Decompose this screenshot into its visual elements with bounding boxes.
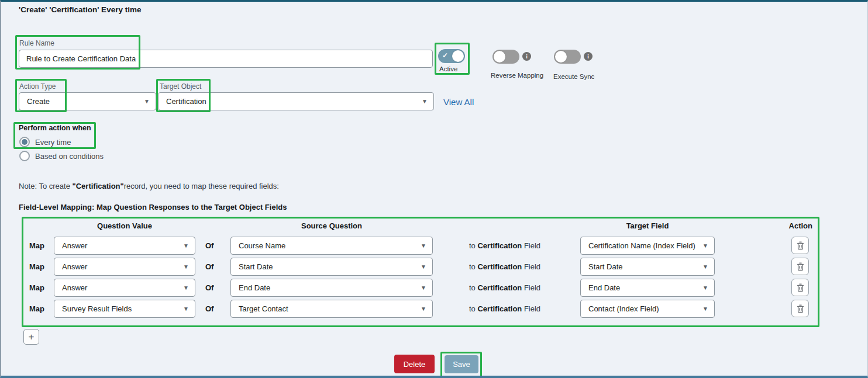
source-question: Start Date (239, 262, 273, 271)
execute-sync-label: Execute Sync (553, 73, 594, 80)
target-object-label: Target Object (160, 82, 201, 91)
toggle-knob (555, 51, 567, 63)
to-field-text: to Certification Field (469, 241, 540, 250)
question-value: Answer (62, 241, 87, 250)
plus-icon: + (29, 331, 35, 343)
chevron-down-icon: ▼ (702, 306, 708, 312)
to-field-text: to Certification Field (469, 304, 540, 313)
chevron-down-icon: ▼ (183, 263, 189, 270)
target-field-select[interactable]: Start Date ▼ (580, 258, 715, 276)
column-header-action: Action (779, 221, 812, 230)
question-value-select[interactable]: Answer ▼ (54, 258, 195, 276)
chevron-down-icon: ▼ (421, 242, 426, 249)
source-question-select[interactable]: Target Contact ▼ (230, 300, 433, 318)
add-row-button[interactable]: + (23, 329, 39, 345)
delete-row-button[interactable] (791, 258, 809, 275)
delete-row-button[interactable] (791, 279, 809, 296)
source-question: Target Contact (239, 304, 288, 313)
note-suffix: record, you need to map these required f… (124, 182, 279, 190)
rule-editor-page: 'Create' 'Certification' Every time Rule… (0, 0, 868, 378)
delete-button[interactable]: Delete (394, 355, 435, 373)
note-text: Note: To create "Certification"record, y… (19, 182, 279, 190)
chevron-down-icon: ▼ (183, 242, 189, 249)
column-header-target-field: Target Field (580, 221, 715, 230)
source-question: End Date (239, 283, 270, 292)
note-object: "Certification" (73, 182, 124, 190)
chevron-down-icon: ▼ (702, 285, 708, 291)
source-question-select[interactable]: End Date ▼ (230, 279, 433, 297)
of-label: Of (205, 283, 213, 292)
toggle-knob (494, 51, 505, 63)
delete-row-button[interactable] (791, 237, 809, 254)
chevron-down-icon: ▼ (183, 306, 189, 312)
note-prefix: Note: To create (19, 182, 73, 190)
chevron-down-icon: ▼ (421, 306, 426, 312)
target-field: Start Date (588, 262, 623, 271)
active-toggle-label: Active (439, 65, 457, 72)
radio-every-time-label: Every time (35, 138, 71, 147)
page-title: 'Create' 'Certification' Every time (19, 5, 141, 14)
execute-sync-toggle[interactable] (554, 50, 581, 64)
chevron-down-icon: ▼ (702, 263, 708, 270)
chevron-down-icon: ▼ (702, 242, 708, 249)
target-field-select[interactable]: End Date ▼ (580, 279, 715, 297)
map-label: Map (29, 304, 44, 313)
chevron-down-icon: ▼ (421, 263, 426, 270)
column-header-source-question: Source Question (230, 221, 433, 230)
chevron-down-icon: ▼ (144, 98, 150, 105)
of-label: Of (205, 241, 213, 250)
target-field: End Date (588, 283, 620, 292)
target-field-select[interactable]: Certification Name (Index Field) ▼ (580, 237, 715, 255)
action-type-select[interactable]: Create ▼ (19, 92, 156, 110)
info-icon[interactable]: i (522, 52, 531, 61)
of-label: Of (205, 304, 213, 313)
chevron-down-icon: ▼ (421, 285, 426, 291)
source-question-select[interactable]: Course Name ▼ (230, 237, 433, 255)
question-value-select[interactable]: Answer ▼ (54, 237, 195, 255)
source-question-select[interactable]: Start Date ▼ (230, 258, 433, 276)
rule-name-label: Rule Name (19, 39, 54, 47)
target-field: Contact (Index Field) (588, 304, 659, 313)
to-field-text: to Certification Field (469, 283, 540, 292)
save-button[interactable]: Save (445, 355, 478, 373)
column-header-question-value: Question Value (54, 221, 195, 230)
question-value: Answer (62, 283, 87, 292)
active-toggle[interactable]: ✓ (438, 49, 465, 63)
of-label: Of (205, 262, 213, 271)
field-mapping-heading: Field-Level Mapping: Map Question Respon… (19, 203, 287, 211)
chevron-down-icon: ▼ (183, 285, 189, 291)
source-question: Course Name (239, 241, 285, 250)
map-label: Map (29, 241, 44, 250)
trash-icon (797, 304, 804, 313)
rule-name-input[interactable]: Rule to Create Certification Data (19, 50, 433, 68)
trash-icon (797, 283, 804, 292)
target-object-select[interactable]: Certification ▼ (158, 92, 434, 110)
question-value: Answer (62, 262, 87, 271)
reverse-mapping-label: Reverse Mapping (491, 72, 543, 79)
radio-every-time[interactable] (19, 137, 30, 147)
map-label: Map (29, 283, 44, 292)
target-field: Certification Name (Index Field) (588, 241, 695, 250)
toggle-knob (452, 50, 464, 62)
info-icon[interactable]: i (584, 52, 593, 61)
action-type-label: Action Type (19, 82, 56, 91)
reverse-mapping-toggle[interactable] (492, 50, 519, 64)
target-field-select[interactable]: Contact (Index Field) ▼ (580, 300, 715, 318)
target-object-value: Certification (166, 97, 206, 106)
chevron-down-icon: ▼ (422, 98, 428, 105)
check-icon: ✓ (442, 51, 448, 60)
trash-icon (797, 262, 804, 271)
action-type-value: Create (27, 97, 50, 106)
radio-based-on-conditions[interactable] (19, 151, 30, 161)
radio-based-on-conditions-label: Based on conditions (35, 152, 104, 161)
trash-icon (797, 241, 804, 250)
view-all-link[interactable]: View All (443, 97, 474, 107)
map-label: Map (29, 262, 44, 271)
question-value-select[interactable]: Answer ▼ (54, 279, 195, 297)
question-value-select[interactable]: Survey Result Fields ▼ (54, 300, 195, 318)
delete-row-button[interactable] (791, 300, 809, 317)
to-field-text: to Certification Field (469, 262, 540, 271)
perform-action-label: Perform action when (19, 124, 91, 132)
question-value: Survey Result Fields (62, 304, 132, 313)
